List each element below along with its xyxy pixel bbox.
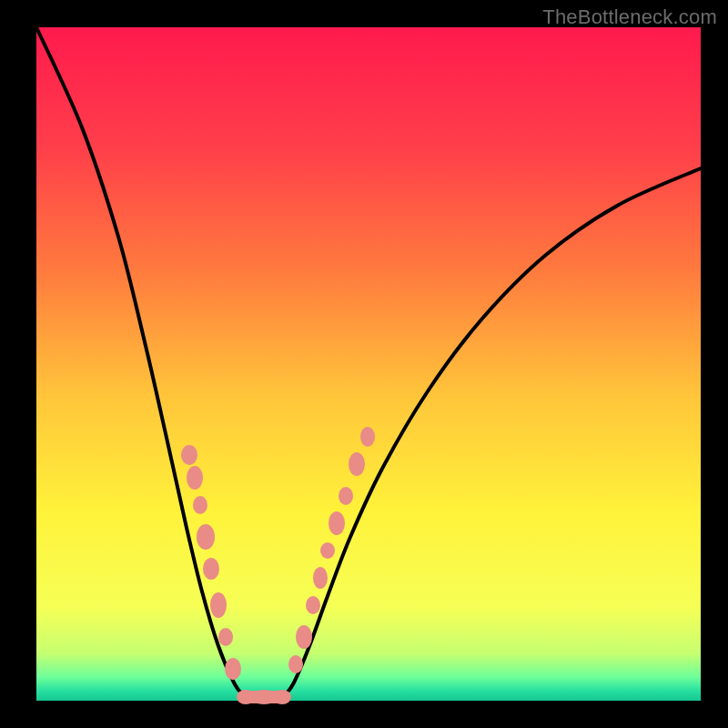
bottleneck-chart xyxy=(0,0,728,728)
outer-frame: { "watermark": "TheBottleneck.com", "cha… xyxy=(0,0,728,728)
marker-right-1 xyxy=(296,625,312,649)
marker-right-8 xyxy=(360,427,375,447)
marker-right-2 xyxy=(306,596,320,614)
marker-left-5 xyxy=(210,592,227,618)
marker-left-4 xyxy=(203,558,219,580)
marker-right-4 xyxy=(320,542,335,559)
marker-left-3 xyxy=(197,524,215,550)
marker-right-6 xyxy=(339,487,353,505)
marker-right-5 xyxy=(329,511,345,535)
marker-right-0 xyxy=(288,655,303,673)
marker-left-2 xyxy=(193,496,207,514)
marker-right-7 xyxy=(349,452,365,476)
plot-background xyxy=(36,27,701,701)
marker-left-0 xyxy=(181,445,197,465)
marker-left-1 xyxy=(187,466,203,490)
marker-left-6 xyxy=(218,628,233,646)
marker-right-3 xyxy=(313,567,328,589)
marker-left-7 xyxy=(225,658,241,680)
